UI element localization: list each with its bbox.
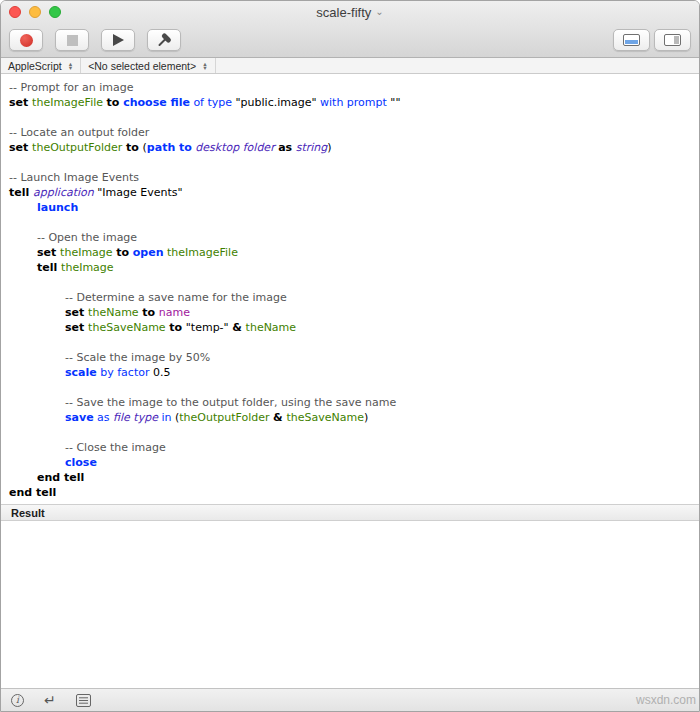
code-line: -- Determine a save name for the image <box>1 290 699 305</box>
result-pane-label: Result <box>11 507 45 519</box>
window-chrome: scale-fifty ⌄ <box>1 1 699 58</box>
event-log-button[interactable] <box>76 694 91 707</box>
bottom-pane-icon <box>623 34 640 46</box>
popup-chevrons-icon: ▲▼ <box>202 62 207 70</box>
record-icon <box>20 34 33 47</box>
code-line: -- Open the image <box>1 230 699 245</box>
toolbar <box>1 23 699 57</box>
run-button[interactable] <box>101 29 135 51</box>
info-icon: i <box>11 694 24 707</box>
record-button[interactable] <box>9 29 43 51</box>
code-line <box>1 275 699 290</box>
code-line: end tell <box>1 470 699 485</box>
code-line: -- Save the image to the output folder, … <box>1 395 699 410</box>
code-line: -- Close the image <box>1 440 699 455</box>
code-line <box>1 110 699 125</box>
zoom-button[interactable] <box>49 6 61 18</box>
script-editor-window: scale-fifty ⌄ <box>0 0 700 712</box>
code-line: close <box>1 455 699 470</box>
code-line: set theImage to open theImageFile <box>1 245 699 260</box>
window-title: scale-fifty <box>316 5 371 20</box>
status-bar: i ↵ <box>1 688 699 711</box>
code-line: set theOutputFolder to (path to desktop … <box>1 140 699 155</box>
result-pane[interactable] <box>1 521 699 688</box>
stop-icon <box>67 35 78 46</box>
stop-button[interactable] <box>55 29 89 51</box>
language-popup[interactable]: AppleScript ▲▼ <box>1 58 81 73</box>
code-line: -- Locate an output folder <box>1 125 699 140</box>
code-line <box>1 155 699 170</box>
code-line: launch <box>1 200 699 215</box>
chevron-down-icon: ⌄ <box>375 7 383 17</box>
right-pane-icon <box>664 34 681 46</box>
list-icon <box>76 694 91 707</box>
result-pane-header: Result <box>1 504 699 521</box>
element-popup[interactable]: <No selected element> ▲▼ <box>81 58 215 73</box>
minimize-button[interactable] <box>29 6 41 18</box>
compile-button[interactable] <box>147 29 181 51</box>
code-line: end tell <box>1 485 699 500</box>
code-line: tell application "Image Events" <box>1 185 699 200</box>
code-line: scale by factor 0.5 <box>1 365 699 380</box>
code-line: set theSaveName to "temp-" & theName <box>1 320 699 335</box>
code-line: set theImageFile to choose file of type … <box>1 95 699 110</box>
popup-chevrons-icon: ▲▼ <box>68 62 73 70</box>
titlebar: scale-fifty ⌄ <box>1 1 699 23</box>
code-line <box>1 215 699 230</box>
watermark: wsxdn.com <box>636 693 696 707</box>
result-view-button[interactable]: ↵ <box>44 693 56 707</box>
code-line: -- Scale the image by 50% <box>1 350 699 365</box>
code-line: save as file type in (theOutputFolder & … <box>1 410 699 425</box>
navigation-bar: AppleScript ▲▼ <No selected element> ▲▼ <box>1 58 699 74</box>
window-title-popup[interactable]: scale-fifty ⌄ <box>316 5 383 20</box>
code-line: -- Prompt for an image <box>1 80 699 95</box>
close-button[interactable] <box>9 6 21 18</box>
toggle-bottom-pane-button[interactable] <box>613 29 650 51</box>
code-line: -- Launch Image Events <box>1 170 699 185</box>
hammer-icon <box>156 32 172 48</box>
code-line: set theName to name <box>1 305 699 320</box>
language-popup-label: AppleScript <box>8 60 62 72</box>
code-line <box>1 380 699 395</box>
code-line <box>1 335 699 350</box>
code-line <box>1 425 699 440</box>
element-popup-label: <No selected element> <box>88 60 196 72</box>
code-editor[interactable]: -- Prompt for an imageset theImageFile t… <box>1 74 699 504</box>
code-line: tell theImage <box>1 260 699 275</box>
traffic-lights <box>9 6 61 18</box>
toggle-right-pane-button[interactable] <box>654 29 691 51</box>
play-icon <box>113 34 124 46</box>
description-button[interactable]: i <box>11 694 24 707</box>
return-icon: ↵ <box>44 693 56 707</box>
